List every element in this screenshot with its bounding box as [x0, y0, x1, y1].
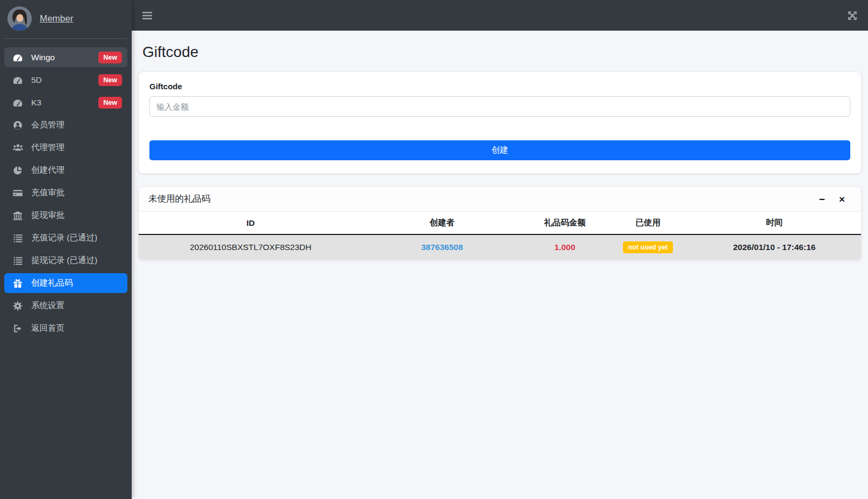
sidebar: Member Wingo New 5D New K3 New — [0, 0, 132, 499]
column-header-used: 已使用 — [608, 212, 688, 234]
sidebar-item-label: 充值记录 (已通过) — [31, 232, 97, 244]
new-badge: New — [98, 52, 122, 63]
sidebar-item-member-management[interactable]: 会员管理 — [4, 115, 127, 135]
sidebar-item-label: 代理管理 — [31, 142, 64, 153]
amount-input[interactable] — [149, 96, 850, 117]
creator-cell: 387636508 — [363, 234, 522, 260]
sidebar-item-label: 5D — [31, 75, 42, 85]
pie-chart-icon — [12, 165, 24, 176]
list-icon — [12, 255, 24, 266]
users-icon — [12, 142, 24, 153]
column-header-creator: 创建者 — [363, 212, 522, 234]
sidebar-item-system-settings[interactable]: 系统设置 — [4, 296, 127, 316]
sidebar-item-label: Wingo — [31, 53, 55, 62]
user-circle-icon — [12, 120, 24, 131]
close-icon[interactable]: × — [839, 194, 845, 204]
hamburger-menu-icon[interactable] — [142, 12, 152, 19]
sidebar-item-back-home[interactable]: 返回首页 — [4, 318, 127, 338]
profile-block: Member — [4, 0, 127, 39]
sidebar-item-wingo[interactable]: Wingo New — [4, 47, 127, 67]
sidebar-item-label: 充值审批 — [31, 187, 64, 198]
fullscreen-expand-icon[interactable] — [848, 11, 857, 20]
main-area: Giftcode Giftcode 创建 未使用的礼品码 − × — [132, 0, 868, 499]
sidebar-item-withdraw-approval[interactable]: 提现审批 — [4, 205, 127, 225]
sidebar-item-label: 提现记录 (已通过) — [31, 255, 97, 266]
sidebar-item-deposit-approval[interactable]: 充值审批 — [4, 183, 127, 203]
sidebar-item-label: 系统设置 — [31, 300, 64, 311]
avatar-photo — [8, 6, 32, 31]
amount-cell: 1.000 — [521, 234, 608, 260]
card-header: 未使用的礼品码 − × — [139, 187, 861, 212]
tachometer-icon — [12, 97, 24, 108]
create-button[interactable]: 创建 — [149, 140, 850, 160]
sidebar-item-k3[interactable]: K3 New — [4, 92, 127, 112]
sidebar-menu: Wingo New 5D New K3 New 会员管理 — [4, 39, 127, 338]
table-header-row: ID 创建者 礼品码金额 已使用 时间 — [139, 212, 861, 234]
sidebar-item-create-giftcode[interactable]: 创建礼品码 — [4, 273, 127, 293]
sidebar-item-5d[interactable]: 5D New — [4, 70, 127, 90]
tachometer-icon — [12, 75, 24, 85]
time-cell: 2026/01/10 - 17:46:16 — [687, 234, 861, 260]
gift-icon — [12, 278, 24, 289]
giftcode-form-card: Giftcode 创建 — [138, 72, 862, 174]
card-tools: − × — [819, 194, 851, 204]
content-area: Giftcode Giftcode 创建 未使用的礼品码 − × — [132, 31, 868, 269]
sidebar-item-label: 创建代理 — [31, 165, 64, 176]
sidebar-item-label: 提现审批 — [31, 210, 64, 221]
sidebar-item-create-agent[interactable]: 创建代理 — [4, 160, 127, 180]
sidebar-item-agent-management[interactable]: 代理管理 — [4, 138, 127, 158]
sidebar-item-label: 创建礼品码 — [31, 277, 73, 289]
card-title: 未使用的礼品码 — [148, 193, 211, 205]
sidebar-item-deposit-records[interactable]: 充值记录 (已通过) — [4, 228, 127, 248]
credit-card-icon — [12, 188, 24, 198]
tachometer-icon — [12, 52, 24, 63]
column-header-id: ID — [139, 212, 363, 234]
sidebar-item-label: 返回首页 — [31, 323, 64, 334]
minimize-icon[interactable]: − — [819, 194, 825, 204]
bank-icon — [12, 210, 24, 221]
giftcode-form-label: Giftcode — [149, 82, 850, 91]
sidebar-item-withdraw-records[interactable]: 提现记录 (已通过) — [4, 251, 127, 270]
sidebar-item-label: K3 — [31, 98, 41, 108]
top-navbar — [132, 0, 868, 31]
avatar[interactable] — [8, 6, 32, 31]
giftcodes-table: ID 创建者 礼品码金额 已使用 时间 20260110SBXSTL7OXF8S… — [139, 212, 861, 260]
used-status-cell: not used yet — [608, 234, 688, 260]
sidebar-item-label: 会员管理 — [31, 119, 64, 131]
unused-giftcodes-card: 未使用的礼品码 − × ID 创建者 礼品码金额 已使用 时间 — [138, 186, 862, 260]
table-row[interactable]: 20260110SBXSTL7OXF8S23DH 387636508 1.000… — [139, 234, 861, 260]
column-header-amount: 礼品码金额 — [521, 212, 608, 234]
list-icon — [12, 233, 24, 243]
column-header-time: 时间 — [687, 212, 861, 234]
page-title: Giftcode — [142, 44, 858, 61]
status-badge: not used yet — [623, 241, 673, 253]
new-badge: New — [98, 97, 122, 109]
new-badge: New — [98, 74, 122, 86]
giftcode-id-cell: 20260110SBXSTL7OXF8S23DH — [139, 234, 363, 260]
signout-icon — [12, 323, 24, 334]
profile-name-link[interactable]: Member — [40, 13, 73, 24]
gear-icon — [12, 301, 24, 311]
